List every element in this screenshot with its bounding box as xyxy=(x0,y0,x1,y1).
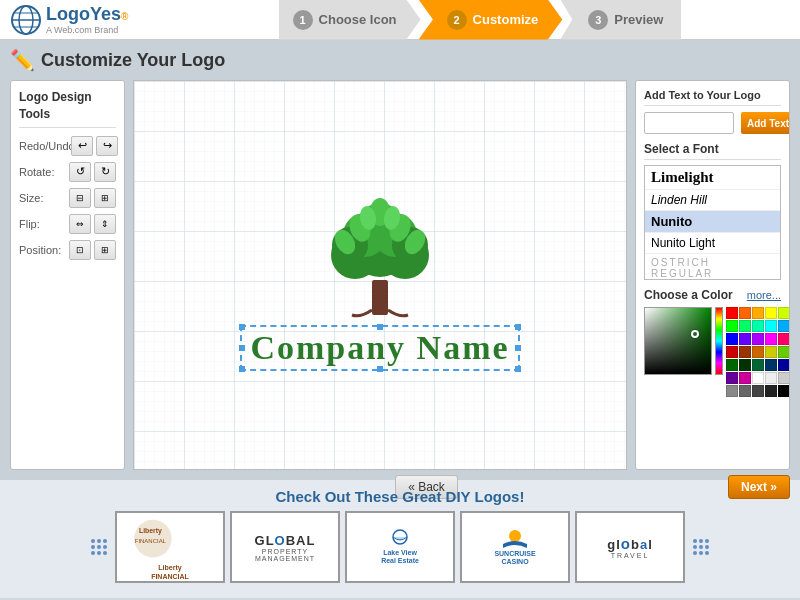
rotate-right-button[interactable]: ↻ xyxy=(94,162,116,182)
logo-display: Company Name xyxy=(134,81,626,469)
color-swatch[interactable] xyxy=(726,333,738,345)
handle-tr[interactable] xyxy=(515,324,521,330)
next-logo-button[interactable] xyxy=(690,536,712,558)
color-swatch[interactable] xyxy=(752,307,764,319)
font-item-nunito-light[interactable]: Nunito Light xyxy=(645,233,780,254)
color-section: Choose a Color more... xyxy=(644,288,781,397)
color-swatch[interactable] xyxy=(726,320,738,332)
color-swatch[interactable] xyxy=(765,385,777,397)
color-swatch[interactable] xyxy=(778,372,790,384)
size-increase-button[interactable]: ⊞ xyxy=(94,188,116,208)
logo-tagline: A Web.com Brand xyxy=(46,25,128,35)
redo-button[interactable]: ↩ xyxy=(71,136,93,156)
step-1[interactable]: 1 Choose Icon xyxy=(279,0,421,40)
position-row: Position: ⊡ ⊞ xyxy=(19,240,116,260)
color-swatch[interactable] xyxy=(739,372,751,384)
canvas-area[interactable]: Company Name xyxy=(133,80,627,470)
position-right-button[interactable]: ⊞ xyxy=(94,240,116,260)
handle-br[interactable] xyxy=(515,366,521,372)
color-swatch[interactable] xyxy=(765,307,777,319)
color-swatch[interactable] xyxy=(765,359,777,371)
diy-logo-lakeview[interactable]: Lake ViewReal Estate xyxy=(345,511,455,583)
tools-panel: Logo DesignTools Redo/Undo: ↩ ↪ Rotate: … xyxy=(10,80,125,470)
color-swatch[interactable] xyxy=(778,346,790,358)
color-header: Choose a Color more... xyxy=(644,288,781,302)
color-swatch[interactable] xyxy=(778,359,790,371)
color-swatch[interactable] xyxy=(726,372,738,384)
color-swatch[interactable] xyxy=(752,385,764,397)
handle-tl[interactable] xyxy=(239,324,245,330)
text-input-row: Add Text xyxy=(644,112,781,134)
color-swatch[interactable] xyxy=(778,385,790,397)
diy-logo-suncruise[interactable]: SUNCRUISECASINO xyxy=(460,511,570,583)
undo-button[interactable]: ↪ xyxy=(96,136,118,156)
flip-label: Flip: xyxy=(19,218,69,230)
text-selection-box[interactable]: Company Name xyxy=(240,325,519,371)
color-swatch[interactable] xyxy=(778,307,790,319)
color-swatch[interactable] xyxy=(739,333,751,345)
pencil-icon: ✏️ xyxy=(10,48,35,72)
more-colors-link[interactable]: more... xyxy=(747,289,781,301)
workspace: Logo DesignTools Redo/Undo: ↩ ↪ Rotate: … xyxy=(10,80,790,470)
step-3[interactable]: 3 Preview xyxy=(560,0,681,40)
logo-globe-icon xyxy=(10,4,42,36)
color-swatch[interactable] xyxy=(765,333,777,345)
step-2[interactable]: 2 Customize xyxy=(419,0,563,40)
font-list[interactable]: Limelight Linden Hill Nunito Nunito Ligh… xyxy=(644,165,781,280)
add-text-input[interactable] xyxy=(644,112,734,134)
flip-row: Flip: ⇔ ⇕ xyxy=(19,214,116,234)
hue-slider[interactable] xyxy=(715,307,723,375)
font-item-limelight[interactable]: Limelight xyxy=(645,166,780,190)
step-2-label: Customize xyxy=(473,12,539,27)
color-swatch[interactable] xyxy=(752,359,764,371)
svg-rect-7 xyxy=(372,280,388,315)
color-swatch[interactable] xyxy=(739,320,751,332)
next-button[interactable]: Next » xyxy=(728,475,790,499)
color-swatch[interactable] xyxy=(765,320,777,332)
size-row: Size: ⊟ ⊞ xyxy=(19,188,116,208)
handle-bm[interactable] xyxy=(377,366,383,372)
color-swatch[interactable] xyxy=(752,320,764,332)
color-swatch[interactable] xyxy=(752,346,764,358)
color-swatches xyxy=(726,307,790,397)
step-1-num: 1 xyxy=(293,10,313,30)
color-swatch[interactable] xyxy=(778,333,790,345)
font-item-linden[interactable]: Linden Hill xyxy=(645,190,780,211)
color-swatch[interactable] xyxy=(765,372,777,384)
size-decrease-button[interactable]: ⊟ xyxy=(69,188,91,208)
color-swatch[interactable] xyxy=(765,346,777,358)
color-swatch[interactable] xyxy=(726,385,738,397)
color-gradient-picker[interactable] xyxy=(644,307,712,375)
diy-logo-global-travel[interactable]: global TRAVEL xyxy=(575,511,685,583)
color-picker-area xyxy=(644,307,781,397)
color-swatch[interactable] xyxy=(739,346,751,358)
flip-v-button[interactable]: ⇕ xyxy=(94,214,116,234)
handle-ml[interactable] xyxy=(239,345,245,351)
color-swatch[interactable] xyxy=(726,346,738,358)
rotate-left-button[interactable]: ↺ xyxy=(69,162,91,182)
position-left-button[interactable]: ⊡ xyxy=(69,240,91,260)
add-text-button[interactable]: Add Text xyxy=(741,112,790,134)
font-item-ostrich[interactable]: OSTRICH REGULAR xyxy=(645,254,780,280)
diy-logo-liberty[interactable]: Liberty FINANCIAL LibertyFINANCIAL xyxy=(115,511,225,583)
color-swatch[interactable] xyxy=(739,307,751,319)
color-swatch[interactable] xyxy=(778,320,790,332)
color-swatch[interactable] xyxy=(752,372,764,384)
color-title: Choose a Color xyxy=(644,288,733,302)
handle-mr[interactable] xyxy=(515,345,521,351)
color-swatch[interactable] xyxy=(739,385,751,397)
font-item-nunito[interactable]: Nunito xyxy=(645,211,780,233)
diy-title: Check Out These Great DIY Logos! xyxy=(10,488,790,505)
diy-logo-global-property[interactable]: GLOBAL PROPERTY MANAGEMENT xyxy=(230,511,340,583)
color-swatch[interactable] xyxy=(726,307,738,319)
main-area: ✏️ Customize Your Logo Logo DesignTools … xyxy=(0,40,800,480)
svg-point-27 xyxy=(509,530,521,542)
color-swatch[interactable] xyxy=(739,359,751,371)
handle-bl[interactable] xyxy=(239,366,245,372)
color-swatch[interactable] xyxy=(752,333,764,345)
handle-tm[interactable] xyxy=(377,324,383,330)
prev-logo-button[interactable] xyxy=(88,536,110,558)
flip-h-button[interactable]: ⇔ xyxy=(69,214,91,234)
right-panel: Add Text to Your Logo Add Text Select a … xyxy=(635,80,790,470)
color-swatch[interactable] xyxy=(726,359,738,371)
